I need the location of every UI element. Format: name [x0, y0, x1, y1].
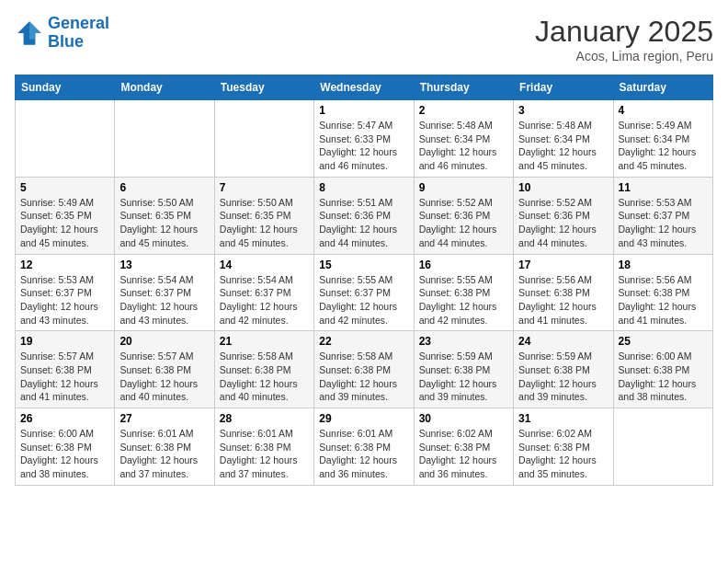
day-number: 17 — [518, 259, 608, 271]
day-detail: Sunrise: 5:50 AMSunset: 6:35 PMDaylight:… — [220, 196, 309, 250]
calendar-cell: 31Sunrise: 6:02 AMSunset: 6:38 PMDayligh… — [514, 408, 613, 486]
day-number: 29 — [319, 412, 408, 425]
day-detail: Sunrise: 5:50 AMSunset: 6:35 PMDaylight:… — [119, 196, 209, 250]
calendar-week-row: 5Sunrise: 5:49 AMSunset: 6:35 PMDaylight… — [16, 177, 713, 254]
calendar-cell: 22Sunrise: 5:58 AMSunset: 6:38 PMDayligh… — [314, 331, 414, 408]
calendar-cell — [214, 100, 313, 178]
logo-line1: General — [48, 14, 109, 32]
logo-text: General Blue — [48, 15, 109, 52]
calendar-cell: 12Sunrise: 5:53 AMSunset: 6:37 PMDayligh… — [16, 254, 115, 331]
day-detail: Sunrise: 5:59 AMSunset: 6:38 PMDaylight:… — [518, 350, 608, 404]
day-detail: Sunrise: 5:57 AMSunset: 6:38 PMDaylight:… — [20, 350, 109, 404]
calendar-week-row: 12Sunrise: 5:53 AMSunset: 6:37 PMDayligh… — [16, 254, 713, 331]
calendar-week-row: 19Sunrise: 5:57 AMSunset: 6:38 PMDayligh… — [16, 331, 713, 408]
day-number: 12 — [20, 259, 109, 271]
day-number: 4 — [619, 104, 708, 117]
calendar-cell: 25Sunrise: 6:00 AMSunset: 6:38 PMDayligh… — [613, 331, 712, 408]
day-detail: Sunrise: 5:54 AMSunset: 6:37 PMDaylight:… — [119, 273, 209, 327]
day-detail: Sunrise: 5:56 AMSunset: 6:38 PMDaylight:… — [619, 273, 708, 327]
calendar-table: SundayMondayTuesdayWednesdayThursdayFrid… — [15, 75, 713, 486]
day-detail: Sunrise: 6:00 AMSunset: 6:38 PMDaylight:… — [619, 350, 708, 404]
title-block: January 2025 Acos, Lima region, Peru — [535, 15, 713, 63]
day-number: 19 — [20, 335, 109, 348]
day-number: 20 — [119, 335, 209, 348]
calendar-body: 1Sunrise: 5:47 AMSunset: 6:33 PMDaylight… — [16, 100, 713, 486]
day-number: 11 — [619, 181, 708, 194]
day-detail: Sunrise: 6:00 AMSunset: 6:38 PMDaylight:… — [20, 427, 109, 481]
day-detail: Sunrise: 5:49 AMSunset: 6:35 PMDaylight:… — [20, 196, 109, 250]
day-number: 10 — [518, 181, 608, 194]
calendar-cell: 9Sunrise: 5:52 AMSunset: 6:36 PMDaylight… — [414, 177, 513, 254]
day-detail: Sunrise: 5:55 AMSunset: 6:38 PMDaylight:… — [419, 273, 508, 327]
calendar-cell — [613, 408, 712, 486]
day-detail: Sunrise: 5:47 AMSunset: 6:33 PMDaylight:… — [319, 119, 408, 173]
day-number: 6 — [119, 181, 209, 194]
day-detail: Sunrise: 5:49 AMSunset: 6:34 PMDaylight:… — [619, 119, 708, 173]
day-detail: Sunrise: 6:01 AMSunset: 6:38 PMDaylight:… — [119, 427, 209, 481]
page-header: General Blue January 2025 Acos, Lima reg… — [15, 15, 713, 63]
calendar-week-row: 1Sunrise: 5:47 AMSunset: 6:33 PMDaylight… — [16, 100, 713, 178]
weekday-header: Friday — [514, 75, 613, 100]
day-detail: Sunrise: 5:56 AMSunset: 6:38 PMDaylight:… — [518, 273, 608, 327]
calendar-cell: 19Sunrise: 5:57 AMSunset: 6:38 PMDayligh… — [16, 331, 115, 408]
calendar-cell: 30Sunrise: 6:02 AMSunset: 6:38 PMDayligh… — [414, 408, 513, 486]
day-detail: Sunrise: 5:58 AMSunset: 6:38 PMDaylight:… — [319, 350, 408, 404]
weekday-header: Tuesday — [214, 75, 313, 100]
month-title: January 2025 — [535, 15, 713, 49]
calendar-cell: 27Sunrise: 6:01 AMSunset: 6:38 PMDayligh… — [115, 408, 214, 486]
weekday-header: Thursday — [414, 75, 513, 100]
day-number: 3 — [518, 104, 608, 117]
logo-line2: Blue — [48, 32, 84, 51]
calendar-cell: 3Sunrise: 5:48 AMSunset: 6:34 PMDaylight… — [514, 100, 613, 178]
calendar-cell: 26Sunrise: 6:00 AMSunset: 6:38 PMDayligh… — [16, 408, 115, 486]
day-detail: Sunrise: 5:52 AMSunset: 6:36 PMDaylight:… — [419, 196, 508, 250]
day-detail: Sunrise: 5:52 AMSunset: 6:36 PMDaylight:… — [518, 196, 608, 250]
calendar-cell: 14Sunrise: 5:54 AMSunset: 6:37 PMDayligh… — [214, 254, 313, 331]
day-detail: Sunrise: 5:54 AMSunset: 6:37 PMDaylight:… — [220, 273, 309, 327]
day-number: 2 — [419, 104, 508, 117]
calendar-cell: 6Sunrise: 5:50 AMSunset: 6:35 PMDaylight… — [115, 177, 214, 254]
day-detail: Sunrise: 5:57 AMSunset: 6:38 PMDaylight:… — [119, 350, 209, 404]
calendar-cell: 8Sunrise: 5:51 AMSunset: 6:36 PMDaylight… — [314, 177, 414, 254]
day-detail: Sunrise: 5:48 AMSunset: 6:34 PMDaylight:… — [518, 119, 608, 173]
day-detail: Sunrise: 5:53 AMSunset: 6:37 PMDaylight:… — [619, 196, 708, 250]
day-number: 14 — [220, 259, 309, 271]
day-detail: Sunrise: 5:53 AMSunset: 6:37 PMDaylight:… — [20, 273, 109, 327]
day-detail: Sunrise: 5:55 AMSunset: 6:37 PMDaylight:… — [319, 273, 408, 327]
day-number: 23 — [419, 335, 508, 348]
calendar-cell: 28Sunrise: 6:01 AMSunset: 6:38 PMDayligh… — [214, 408, 313, 486]
calendar-cell: 4Sunrise: 5:49 AMSunset: 6:34 PMDaylight… — [613, 100, 712, 178]
calendar-cell: 11Sunrise: 5:53 AMSunset: 6:37 PMDayligh… — [613, 177, 712, 254]
calendar-cell: 7Sunrise: 5:50 AMSunset: 6:35 PMDaylight… — [214, 177, 313, 254]
weekday-header: Monday — [115, 75, 214, 100]
calendar-cell: 18Sunrise: 5:56 AMSunset: 6:38 PMDayligh… — [613, 254, 712, 331]
day-detail: Sunrise: 5:58 AMSunset: 6:38 PMDaylight:… — [220, 350, 309, 404]
logo: General Blue — [15, 15, 109, 52]
calendar-cell: 1Sunrise: 5:47 AMSunset: 6:33 PMDaylight… — [314, 100, 414, 178]
calendar-cell: 23Sunrise: 5:59 AMSunset: 6:38 PMDayligh… — [414, 331, 513, 408]
day-number: 31 — [518, 412, 608, 425]
calendar-cell: 16Sunrise: 5:55 AMSunset: 6:38 PMDayligh… — [414, 254, 513, 331]
day-number: 16 — [419, 259, 508, 271]
weekday-header: Saturday — [613, 75, 712, 100]
day-detail: Sunrise: 5:59 AMSunset: 6:38 PMDaylight:… — [419, 350, 508, 404]
day-detail: Sunrise: 5:51 AMSunset: 6:36 PMDaylight:… — [319, 196, 408, 250]
day-number: 25 — [619, 335, 708, 348]
day-number: 8 — [319, 181, 408, 194]
day-number: 5 — [20, 181, 109, 194]
day-number: 26 — [20, 412, 109, 425]
calendar-cell — [16, 100, 115, 178]
calendar-cell: 20Sunrise: 5:57 AMSunset: 6:38 PMDayligh… — [115, 331, 214, 408]
day-number: 18 — [619, 259, 708, 271]
day-number: 1 — [319, 104, 408, 117]
weekday-header: Sunday — [16, 75, 115, 100]
day-number: 7 — [220, 181, 309, 194]
day-detail: Sunrise: 5:48 AMSunset: 6:34 PMDaylight:… — [419, 119, 508, 173]
day-number: 21 — [220, 335, 309, 348]
svg-marker-1 — [29, 21, 41, 39]
calendar-cell: 5Sunrise: 5:49 AMSunset: 6:35 PMDaylight… — [16, 177, 115, 254]
day-detail: Sunrise: 6:02 AMSunset: 6:38 PMDaylight:… — [518, 427, 608, 481]
day-number: 27 — [119, 412, 209, 425]
weekday-header: Wednesday — [314, 75, 414, 100]
calendar-cell: 17Sunrise: 5:56 AMSunset: 6:38 PMDayligh… — [514, 254, 613, 331]
